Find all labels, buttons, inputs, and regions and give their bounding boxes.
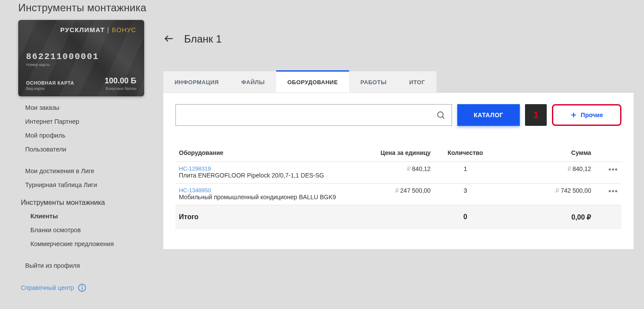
nav-item-partner[interactable]: Интернет Партнер (0, 115, 148, 128)
svg-line-5 (443, 117, 444, 118)
search-wrap (175, 104, 452, 126)
loyalty-card: РУСКЛИМАТ | БОНУС 862211000001 Номер кар… (18, 20, 144, 96)
ruble-icon: ₽ (568, 165, 571, 172)
nav-spacer (0, 156, 148, 164)
tab-equipment[interactable]: ОБОРУДОВАНИЕ (276, 71, 349, 92)
nav-item-logout[interactable]: Выйти из профиля (0, 259, 148, 273)
main: Бланк 1 ИНФОРМАЦИЯ ФАЙЛЫ ОБОРУДОВАНИЕ РА… (148, 0, 644, 266)
total-sum: 0,00 ₽ (496, 205, 594, 230)
th-sum: Сумма (496, 145, 594, 162)
svg-point-2 (82, 286, 83, 286)
row-menu-button[interactable]: ••• (608, 187, 618, 196)
total-label: Итого (175, 205, 363, 230)
help-link-label: Справочный центр (21, 284, 74, 291)
card-brand-main: РУСКЛИМАТ (60, 26, 105, 33)
nav-section-tools: Инструменты монтажника (0, 192, 148, 209)
nav-item-achievements[interactable]: Мои достижения в Лиге (0, 164, 148, 178)
card-balance: 100.00 Б (105, 76, 136, 85)
svg-point-4 (438, 112, 443, 118)
tab-info[interactable]: ИНФОРМАЦИЯ (163, 71, 230, 92)
row-sum: 840,12 (573, 165, 591, 172)
nav-item-clients[interactable]: Клиенты (0, 209, 148, 223)
tabs: ИНФОРМАЦИЯ ФАЙЛЫ ОБОРУДОВАНИЕ РАБОТЫ ИТО… (163, 71, 436, 93)
row-unit-price: 247 500,00 (400, 187, 431, 194)
back-button[interactable] (163, 33, 175, 46)
row-unit-price: 840,12 (412, 165, 431, 172)
row-sku[interactable]: НС-1348950 (179, 187, 359, 194)
info-icon (77, 283, 87, 293)
nav-item-users[interactable]: Пользователи (0, 142, 148, 156)
row-desc: Мобильный промышленный кондиционер BALLU… (179, 194, 359, 201)
th-unit-price: Цена за единицу (363, 145, 434, 162)
row-qty: 3 (434, 184, 497, 205)
sidebar: Инструменты монтажника РУСКЛИМАТ | БОНУС… (0, 0, 148, 301)
nav-item-orders[interactable]: Мои заказы (0, 101, 148, 115)
card-number-label: Номер карты (26, 62, 136, 67)
total-qty: 0 (434, 205, 497, 230)
nav-group-1: Мои заказы Интернет Партнер Мой профиль … (0, 101, 148, 273)
help-link[interactable]: Справочный центр (0, 273, 148, 293)
ruble-icon: ₽ (407, 165, 411, 172)
page-title: Бланк 1 (184, 33, 222, 45)
nav-spacer-2 (0, 251, 148, 259)
nav-item-inspection-forms[interactable]: Бланки осмотров (0, 223, 148, 237)
card-number: 862211000001 (26, 52, 136, 62)
row-sum: 742 500,00 (561, 187, 591, 194)
card-type-label: Вид карты (26, 86, 74, 91)
search-input[interactable] (182, 111, 436, 119)
card-brand: РУСКЛИМАТ | БОНУС (26, 26, 136, 33)
table-row: НС-1298319 Плита ENERGOFLOOR Pipelock 20… (175, 162, 621, 184)
row-sku[interactable]: НС-1298319 (179, 165, 359, 172)
plus-icon (570, 112, 577, 118)
th-equipment: Оборудование (175, 145, 363, 162)
tab-files[interactable]: ФАЙЛЫ (230, 71, 276, 92)
add-other-label: Прочие (581, 112, 603, 118)
tab-panel: КАТАЛОГ 1 Прочие Оборудование Цена за ед… (163, 93, 634, 249)
equipment-table: Оборудование Цена за единицу Количество … (175, 145, 621, 229)
row-qty: 1 (434, 162, 497, 184)
row-menu-button[interactable]: ••• (608, 165, 618, 174)
tab-total[interactable]: ИТОГ (398, 71, 436, 92)
sidebar-title: Инструменты монтажника (18, 2, 148, 14)
th-qty: Количество (434, 145, 497, 162)
catalog-button[interactable]: КАТАЛОГ (457, 104, 520, 126)
nav-item-leaderboard[interactable]: Турнирная таблица Лиги (0, 178, 148, 192)
card-balance-label: Бонусные баллы (105, 86, 136, 91)
table-row: НС-1348950 Мобильный промышленный кондиц… (175, 184, 621, 205)
action-row: КАТАЛОГ 1 Прочие (175, 104, 621, 126)
card-type: ОСНОВНАЯ КАРТА (26, 80, 74, 85)
row-desc: Плита ENERGOFLOOR Pipelock 20/0,7-1,1 DE… (179, 172, 359, 179)
search-icon (436, 110, 446, 120)
tab-works[interactable]: РАБОТЫ (349, 71, 398, 92)
add-other-button[interactable]: Прочие (552, 104, 621, 126)
annotation-step-1: 1 (525, 104, 547, 126)
card-brand-sep: | (107, 26, 112, 33)
ruble-icon: ₽ (555, 187, 559, 194)
arrow-left-icon (163, 33, 175, 44)
nav-item-offers[interactable]: Коммерческие предложения (0, 237, 148, 251)
card-brand-sub: БОНУС (112, 26, 136, 33)
table-total-row: Итого 0 0,00 ₽ (175, 205, 621, 230)
ruble-icon: ₽ (395, 187, 399, 194)
page-header: Бланк 1 (163, 0, 634, 52)
nav-item-profile[interactable]: Мой профиль (0, 128, 148, 142)
